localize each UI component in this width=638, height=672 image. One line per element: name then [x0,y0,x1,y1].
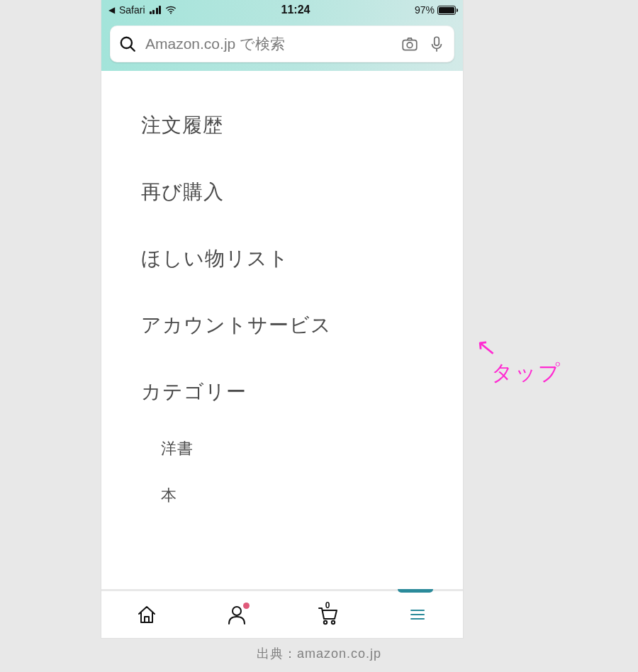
svg-point-7 [233,607,241,615]
image-caption: 出典：amazon.co.jp [0,645,638,662]
menu-item-order-history[interactable]: 注文履歴 [141,92,449,159]
status-left: ◀ Safari [108,4,177,16]
wifi-icon [165,6,177,14]
svg-point-9 [332,621,335,624]
svg-point-4 [407,43,413,48]
nav-cart-button[interactable]: 0 [306,598,349,631]
nav-home-button[interactable] [125,598,168,631]
search-icon [118,35,137,53]
annotation-label: タップ [491,359,561,388]
menu-item-categories[interactable]: カテゴリー [141,359,449,425]
cart-count-badge: 0 [325,600,330,610]
annotation-arrow-icon: ↖ [474,324,566,362]
back-to-app-label[interactable]: Safari [119,4,145,16]
svg-rect-3 [403,40,417,50]
notification-dot-icon [243,603,250,609]
home-icon [135,603,158,626]
status-time: 11:24 [281,4,310,16]
menu-item-buy-again[interactable]: 再び購入 [141,159,449,225]
status-bar: ◀ Safari 11:24 97% [101,0,463,20]
menu-subitem-books[interactable]: 本 [141,472,449,519]
active-tab-indicator [398,589,433,593]
svg-line-2 [130,47,134,50]
camera-icon[interactable] [401,35,419,53]
menu-item-account-services[interactable]: アカウントサービス [141,292,449,359]
menu-subitem-foreign-books[interactable]: 洋書 [141,425,449,472]
svg-point-8 [324,621,327,624]
microphone-icon[interactable] [427,35,446,53]
search-header [101,20,463,71]
svg-rect-5 [435,37,440,45]
cellular-signal-icon [150,6,162,14]
hamburger-menu-icon [406,603,429,626]
svg-point-0 [170,13,172,14]
menu-list: 注文履歴 再び購入 ほしい物リスト アカウントサービス カテゴリー 洋書 本 [101,71,463,589]
back-to-app-icon[interactable]: ◀ [108,5,115,15]
phone-frame: ◀ Safari 11:24 97% 注文履 [101,0,463,638]
search-input[interactable] [145,35,392,52]
nav-menu-button[interactable] [396,598,439,631]
annotation-callout: ↖ タップ [471,326,561,388]
menu-item-wishlist[interactable]: ほしい物リスト [141,225,449,292]
nav-account-button[interactable] [216,598,258,631]
battery-percent: 97% [415,4,435,16]
bottom-nav: 0 [101,591,463,638]
status-right: 97% [415,4,456,16]
search-bar[interactable] [110,26,454,62]
battery-icon [437,6,456,15]
